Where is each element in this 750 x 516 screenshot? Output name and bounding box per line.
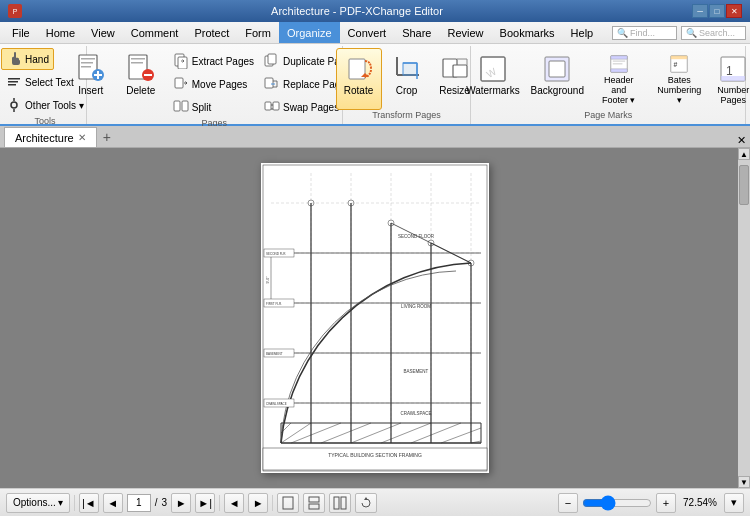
hand-tool-button[interactable]: Hand (1, 48, 54, 70)
window-controls: ─ □ ✕ (692, 4, 742, 18)
new-tab-button[interactable]: + (97, 127, 117, 147)
rotate-icon (343, 53, 375, 85)
single-page-button[interactable] (277, 493, 299, 513)
menu-item-help[interactable]: Help (563, 22, 602, 43)
background-button[interactable]: Background (526, 48, 588, 110)
continuous-page-button[interactable] (303, 493, 325, 513)
first-page-button[interactable]: |◄ (79, 493, 99, 513)
replace-pages-icon (264, 76, 280, 92)
svg-rect-19 (178, 57, 187, 69)
svg-rect-1 (8, 81, 18, 83)
zoom-slider[interactable] (582, 497, 652, 509)
header-footer-icon (603, 53, 635, 75)
svg-rect-23 (175, 78, 183, 88)
app-icon: P (8, 4, 22, 18)
scroll-thumb[interactable] (739, 165, 749, 205)
next-page-button[interactable]: ► (171, 493, 191, 513)
menu-item-review[interactable]: Review (439, 22, 491, 43)
svg-text:9'-0": 9'-0" (266, 276, 270, 284)
separator3 (272, 495, 273, 511)
split-button[interactable]: Split (168, 96, 259, 118)
menu-item-protect[interactable]: Protect (186, 22, 237, 43)
header-footer-button[interactable]: Header andFooter ▾ (590, 48, 647, 110)
extract-pages-button[interactable]: Extract Pages (168, 50, 259, 72)
move-pages-icon (173, 76, 189, 92)
svg-rect-34 (273, 102, 279, 110)
svg-rect-122 (309, 504, 319, 509)
menu-item-share[interactable]: Share (394, 22, 439, 43)
svg-rect-121 (309, 497, 319, 502)
maximize-button[interactable]: □ (709, 4, 725, 18)
watermarks-button[interactable]: W Watermarks (462, 48, 524, 110)
separator (74, 495, 75, 511)
svg-text:FIRST FLR.: FIRST FLR. (266, 302, 282, 306)
zoom-level: 72.54% (680, 497, 720, 508)
svg-rect-8 (81, 62, 93, 64)
number-pages-button[interactable]: 1 NumberPages (712, 48, 750, 110)
menu-item-bookmarks[interactable]: Bookmarks (492, 22, 563, 43)
split-icon (173, 99, 189, 115)
search-box[interactable]: 🔍 Search... (681, 26, 746, 40)
svg-rect-61 (721, 76, 745, 81)
vertical-scrollbar[interactable]: ▲ ▼ (738, 148, 750, 488)
single-page-icon (281, 496, 295, 510)
menu-item-organize[interactable]: Organize (279, 22, 340, 43)
delete-button[interactable]: Delete (118, 48, 164, 110)
zoom-dropdown-button[interactable]: ▾ (724, 493, 744, 513)
menu-item-comment[interactable]: Comment (123, 22, 187, 43)
continuous-page-icon (307, 496, 321, 510)
menu-item-convert[interactable]: Convert (340, 22, 395, 43)
scroll-down-button[interactable]: ▼ (738, 476, 750, 488)
svg-rect-41 (403, 63, 417, 75)
menu-item-form[interactable]: Form (237, 22, 279, 43)
menu-item-home[interactable]: Home (38, 22, 83, 43)
tab-architecture[interactable]: Architecture ✕ (4, 127, 97, 147)
title-bar: P Architecture - PDF-XChange Editor ─ □ … (0, 0, 750, 22)
rotate-view-button[interactable] (355, 493, 377, 513)
svg-rect-52 (610, 56, 627, 59)
search-icon: 🔍 (686, 28, 697, 38)
back-button[interactable]: ◄ (224, 493, 244, 513)
svg-text:LIVING ROOM: LIVING ROOM (401, 304, 431, 309)
tab-close-button[interactable]: ✕ (78, 132, 86, 143)
scroll-up-button[interactable]: ▲ (738, 148, 750, 160)
rotate-view-icon (359, 496, 373, 510)
minimize-button[interactable]: ─ (692, 4, 708, 18)
svg-rect-58 (671, 56, 688, 59)
menu-bar: File Home View Comment Protect Form Orga… (0, 22, 750, 44)
window-title: Architecture - PDF-XChange Editor (22, 5, 692, 17)
svg-point-3 (11, 102, 17, 108)
page-number-input[interactable] (127, 494, 151, 512)
tab-bar-close[interactable]: ✕ (733, 134, 750, 147)
svg-rect-124 (341, 497, 346, 509)
move-pages-button[interactable]: Move Pages (168, 73, 259, 95)
zoom-in-button[interactable]: + (656, 493, 676, 513)
zoom-out-button[interactable]: − (558, 493, 578, 513)
hand-icon (6, 51, 22, 67)
svg-text:CRAWLSPACE: CRAWLSPACE (400, 411, 431, 416)
find-box[interactable]: 🔍 Find... (612, 26, 677, 40)
insert-icon (75, 53, 107, 85)
svg-text:BASEMENT: BASEMENT (404, 369, 429, 374)
svg-rect-9 (81, 66, 91, 68)
forward-button[interactable]: ► (248, 493, 268, 513)
svg-rect-2 (8, 84, 16, 86)
close-button[interactable]: ✕ (726, 4, 742, 18)
two-page-button[interactable] (329, 493, 351, 513)
bates-numbering-button[interactable]: # BatesNumbering ▾ (649, 48, 710, 110)
separator2 (219, 495, 220, 511)
menu-item-view[interactable]: View (83, 22, 123, 43)
options-dropdown-icon: ▾ (58, 497, 63, 508)
insert-button[interactable]: Insert (68, 48, 114, 110)
watermarks-icon: W (477, 53, 509, 85)
prev-page-button[interactable]: ◄ (103, 493, 123, 513)
rotate-button[interactable]: Rotate (336, 48, 382, 110)
ribbon: Hand Select Text Other Tools ▾ Tools (0, 44, 750, 126)
menu-item-file[interactable]: File (4, 22, 38, 43)
svg-rect-0 (8, 78, 20, 80)
options-button[interactable]: Options... ▾ (6, 493, 70, 513)
svg-rect-123 (334, 497, 339, 509)
crop-button[interactable]: Crop (384, 48, 430, 110)
scroll-track[interactable] (738, 160, 750, 476)
last-page-button[interactable]: ►| (195, 493, 215, 513)
